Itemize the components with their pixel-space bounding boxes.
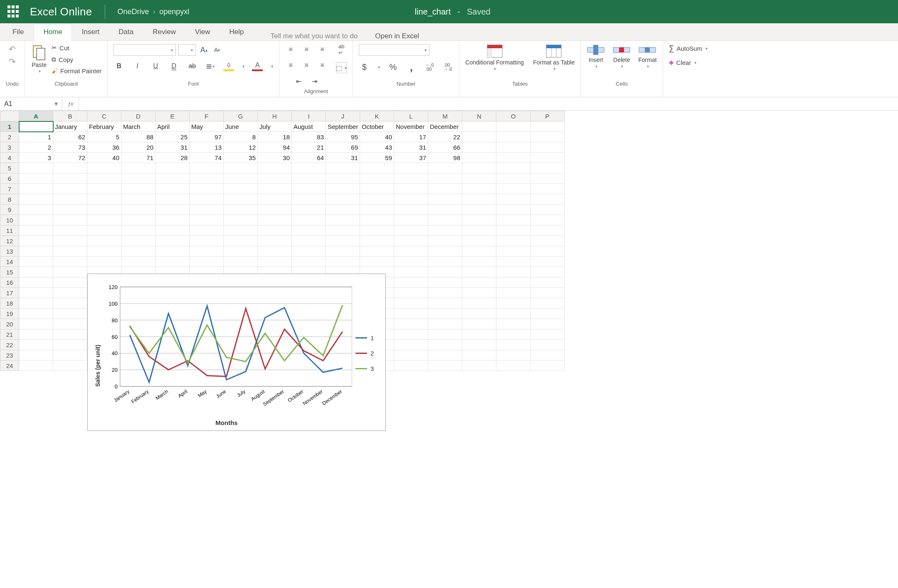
cell[interactable] [530,277,565,288]
row-header[interactable]: 1 [0,121,19,132]
row-header[interactable]: 7 [0,184,19,194]
cell[interactable] [462,173,496,184]
cell[interactable] [19,319,53,329]
cell[interactable]: 28 [155,153,190,163]
row-header[interactable]: 11 [0,225,19,236]
cell[interactable] [530,361,565,371]
cell[interactable] [292,236,326,246]
cell[interactable]: 31 [394,142,428,153]
cell[interactable] [292,257,326,267]
cell[interactable] [394,163,428,173]
cell[interactable] [53,298,87,309]
cell[interactable] [462,194,496,205]
cell[interactable]: October [360,121,394,132]
cell[interactable]: 59 [360,153,394,163]
cell[interactable] [462,340,496,350]
cell[interactable] [292,225,326,236]
breadcrumb[interactable]: OneDrive › openpyxl [118,7,190,16]
cell[interactable] [87,246,121,257]
cell[interactable] [53,236,87,246]
cell[interactable] [530,329,565,340]
cell[interactable] [53,225,87,236]
column-header[interactable]: N [462,111,496,121]
row-header[interactable]: 3 [0,142,19,153]
cell[interactable]: 17 [394,132,428,142]
row-header[interactable]: 22 [0,340,19,350]
cell[interactable] [87,163,121,173]
double-underline-button[interactable]: D [168,61,179,72]
cell[interactable]: September [326,121,360,132]
cell[interactable]: 98 [428,153,462,163]
cell[interactable] [360,215,394,225]
cell[interactable] [258,225,292,236]
cell[interactable] [462,246,496,257]
cell[interactable] [326,163,360,173]
cell[interactable] [292,246,326,257]
cell[interactable] [326,184,360,194]
cell[interactable] [121,194,155,205]
cell[interactable] [530,184,565,194]
cell[interactable] [496,215,530,225]
column-header[interactable]: D [121,111,155,121]
cell[interactable] [292,163,326,173]
row-header[interactable]: 13 [0,246,19,257]
cell[interactable] [530,340,565,350]
cell[interactable] [428,298,462,309]
cell[interactable] [530,319,565,329]
cell[interactable] [496,329,530,340]
cell[interactable] [19,329,53,340]
cell[interactable]: August [292,121,326,132]
cell[interactable] [53,205,87,215]
legend-item[interactable]: 3 [355,365,381,372]
tab-file[interactable]: File [3,24,33,40]
cell[interactable] [360,236,394,246]
cell[interactable] [121,246,155,257]
increase-indent-icon[interactable]: ⇥ [309,76,320,86]
cell[interactable] [326,225,360,236]
cell[interactable] [462,215,496,225]
row-header[interactable]: 12 [0,236,19,246]
cell[interactable]: 3 [19,153,53,163]
cell[interactable] [326,257,360,267]
tab-help[interactable]: Help [220,24,253,40]
wrap-text-button[interactable]: ab↵ [336,44,347,55]
embedded-chart[interactable]: Sales (per unit) 020406080100120JanuaryF… [87,274,386,431]
cell[interactable] [190,205,224,215]
cell[interactable] [462,132,496,142]
cell[interactable] [530,225,565,236]
cell[interactable] [19,361,53,371]
cell[interactable] [292,173,326,184]
cell[interactable]: December [428,121,462,132]
cell[interactable] [224,163,258,173]
cell[interactable] [394,288,428,298]
cell[interactable] [360,163,394,173]
cell[interactable] [53,288,87,298]
cell[interactable] [394,184,428,194]
cell[interactable] [121,215,155,225]
column-header[interactable]: F [190,111,224,121]
italic-button[interactable]: I [132,61,143,72]
chart-plot-area[interactable]: 020406080100120JanuaryFebruaryMarchApril… [104,282,352,417]
font-color-button[interactable]: A [252,61,263,72]
row-header[interactable]: 9 [0,205,19,215]
cell[interactable] [462,277,496,288]
cell[interactable] [394,236,428,246]
cell[interactable] [87,184,121,194]
cell[interactable] [394,205,428,215]
cell[interactable] [394,340,428,350]
cell[interactable] [19,246,53,257]
cell[interactable] [360,257,394,267]
cell[interactable] [19,298,53,309]
currency-button[interactable]: $ [359,62,370,72]
cell[interactable] [462,236,496,246]
cell[interactable] [530,257,565,267]
chart-legend[interactable]: 123 [352,280,381,426]
cell[interactable] [258,205,292,215]
cell[interactable] [428,205,462,215]
breadcrumb-root[interactable]: OneDrive [118,7,149,16]
cell[interactable] [292,205,326,215]
cell[interactable] [530,267,565,277]
cell[interactable] [53,309,87,319]
cell[interactable]: 25 [155,132,190,142]
cell[interactable] [19,173,53,184]
